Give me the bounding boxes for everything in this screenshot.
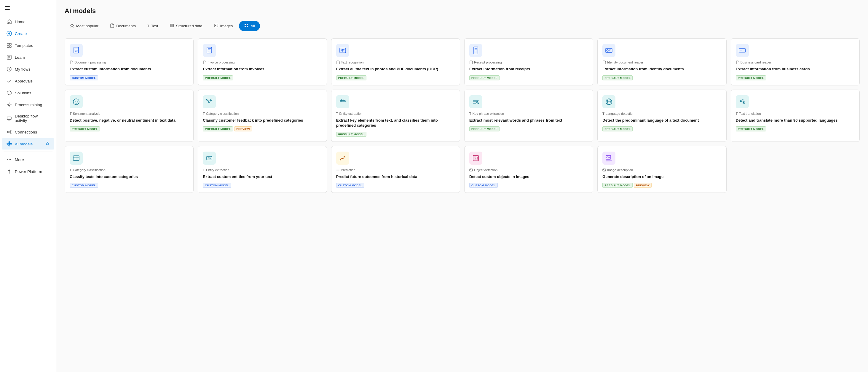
sidebar-item-desktop-flow-activity[interactable]: Desktop flow activity (2, 111, 54, 126)
svg-rect-36 (170, 25, 174, 26)
approvals-icon (6, 78, 12, 84)
svg-point-20 (7, 132, 8, 133)
card-category-entity-extraction: T Entity extraction (336, 112, 455, 115)
card-category-receipt-processing: Receipt processing (469, 60, 588, 64)
model-card-entity-extraction[interactable]: T Entity extraction Extract key elements… (331, 90, 460, 142)
tab-images-label: Images (220, 24, 233, 28)
card-title-custom-entity-extraction: Extract custom entities from your text (203, 174, 322, 179)
svg-rect-6 (7, 43, 9, 45)
sidebar: Home Create Templates Learn My flows App… (0, 0, 56, 372)
svg-marker-33 (8, 169, 10, 174)
svg-point-70 (207, 99, 208, 100)
tab-all-label: All (250, 24, 255, 28)
sidebar-item-approvals[interactable]: Approvals (2, 75, 54, 87)
badge-prebuilt: PREBUILT MODEL (602, 126, 632, 132)
card-icon-category-classification (203, 95, 216, 108)
card-badges-category-classification: PREBUILT MODELPREVIEW (203, 126, 322, 132)
tab-all[interactable]: All (239, 21, 260, 31)
svg-point-22 (10, 133, 11, 134)
model-card-custom-text-classification[interactable]: T Category classification Classify texts… (65, 146, 193, 193)
model-card-sentiment-analysis[interactable]: T Sentiment analysis Detect positive, ne… (65, 90, 193, 142)
tab-structured-data[interactable]: Structured data (164, 21, 208, 31)
svg-rect-87 (73, 156, 79, 161)
card-badges-object-detection: CUSTOM MODEL (469, 183, 588, 188)
card-category-doc-processing: Document processing (70, 60, 189, 64)
model-card-invoice-processing[interactable]: Invoice processing Extract information f… (198, 38, 327, 85)
sidebar-item-home[interactable]: Home (2, 16, 54, 27)
power-platform-icon (6, 169, 12, 174)
sidebar-item-process-mining[interactable]: Process mining (2, 99, 54, 110)
tab-images[interactable]: Images (209, 21, 238, 31)
text-tab-icon: T (147, 24, 149, 28)
sidebar-item-solutions[interactable]: Solutions (2, 87, 54, 98)
svg-point-27 (10, 143, 11, 144)
model-card-receipt-processing[interactable]: Receipt processing Extract information f… (464, 38, 593, 85)
tab-most-popular[interactable]: Most popular (65, 21, 103, 31)
card-badges-text-translation: PREBUILT MODEL (736, 126, 855, 132)
badge-prebuilt: PREBUILT MODEL (336, 75, 366, 80)
card-badges-key-phrase: PREBUILT MODEL (469, 126, 588, 132)
card-icon-invoice-processing (203, 44, 216, 57)
sidebar-item-power-platform[interactable]: Power Platform (2, 166, 54, 177)
tab-documents[interactable]: Documents (105, 21, 141, 31)
menu-icon[interactable] (0, 2, 56, 15)
model-card-doc-processing[interactable]: Document processing Extract custom infor… (65, 38, 193, 85)
tab-text[interactable]: T Text (142, 21, 163, 31)
model-card-text-translation[interactable]: Aあ T Text translation Detect and transla… (731, 90, 860, 142)
model-card-custom-entity-extraction[interactable]: 99 T Entity extraction Extract custom en… (198, 146, 327, 193)
sidebar-item-templates-label: Templates (15, 43, 33, 48)
model-card-key-phrase[interactable]: T Key phrase extraction Extract most rel… (464, 90, 593, 142)
all-tab-icon (244, 23, 249, 29)
card-icon-custom-entity-extraction: 99 (203, 151, 216, 165)
sidebar-item-my-flows[interactable]: My flows (2, 63, 54, 75)
sidebar-item-create[interactable]: Create (2, 28, 54, 39)
card-badges-language-detection: PREBUILT MODEL (602, 126, 721, 132)
card-icon-text-recognition: T (336, 44, 349, 57)
svg-marker-15 (7, 91, 11, 95)
card-badges-identity-doc: PREBUILT MODEL (602, 75, 721, 80)
documents-tab-icon (110, 23, 115, 29)
learn-icon (6, 55, 12, 60)
sidebar-item-ai-models-label: AI models (15, 142, 33, 146)
model-card-language-detection[interactable]: T Language detection Detect the predomin… (597, 90, 726, 142)
model-card-object-detection[interactable]: Object detection Detect custom objects i… (464, 146, 593, 193)
model-card-text-recognition[interactable]: T Text recognition Extract all the text … (331, 38, 460, 85)
svg-rect-35 (170, 24, 174, 25)
model-card-prediction[interactable]: Prediction Predict future outcomes from … (331, 146, 460, 193)
ai-models-pin-icon[interactable] (45, 142, 50, 147)
svg-text:99: 99 (208, 157, 211, 160)
svg-rect-0 (5, 6, 10, 7)
svg-rect-9 (9, 46, 11, 48)
svg-point-16 (8, 104, 10, 106)
model-card-category-classification[interactable]: T Category classification Classify custo… (198, 90, 327, 142)
sidebar-item-more[interactable]: More (2, 154, 54, 165)
sidebar-item-connections[interactable]: Connections (2, 126, 54, 138)
svg-text:A: A (740, 99, 742, 103)
home-icon (6, 19, 12, 24)
svg-rect-55 (474, 47, 478, 54)
card-category-category-classification: T Category classification (203, 112, 322, 115)
ai-models-icon (6, 141, 12, 147)
svg-rect-75 (340, 101, 342, 102)
model-card-business-card[interactable]: Business card reader Extract information… (731, 38, 860, 85)
svg-point-26 (7, 143, 8, 144)
svg-point-31 (9, 159, 10, 160)
process-mining-icon (6, 102, 12, 107)
card-category-text-translation: T Text translation (736, 112, 855, 115)
sidebar-item-ai-models[interactable]: AI models (2, 138, 54, 149)
sidebar-item-create-label: Create (15, 31, 27, 36)
svg-rect-8 (7, 46, 9, 48)
card-category-image-description: Image description (602, 168, 721, 172)
sidebar-item-learn[interactable]: Learn (2, 52, 54, 63)
badge-prebuilt: PREBUILT MODEL (336, 132, 366, 137)
tab-most-popular-label: Most popular (76, 24, 98, 28)
model-card-image-description[interactable]: Image description Generate description o… (597, 146, 726, 193)
svg-point-66 (73, 99, 79, 105)
sidebar-item-templates[interactable]: Templates (2, 40, 54, 51)
svg-rect-41 (247, 24, 248, 25)
sidebar-item-power-platform-label: Power Platform (15, 169, 42, 174)
card-category-business-card: Business card reader (736, 60, 855, 64)
sidebar-item-learn-label: Learn (15, 55, 25, 60)
model-card-identity-doc[interactable]: Identity document reader Extract informa… (597, 38, 726, 85)
svg-rect-48 (207, 47, 212, 53)
